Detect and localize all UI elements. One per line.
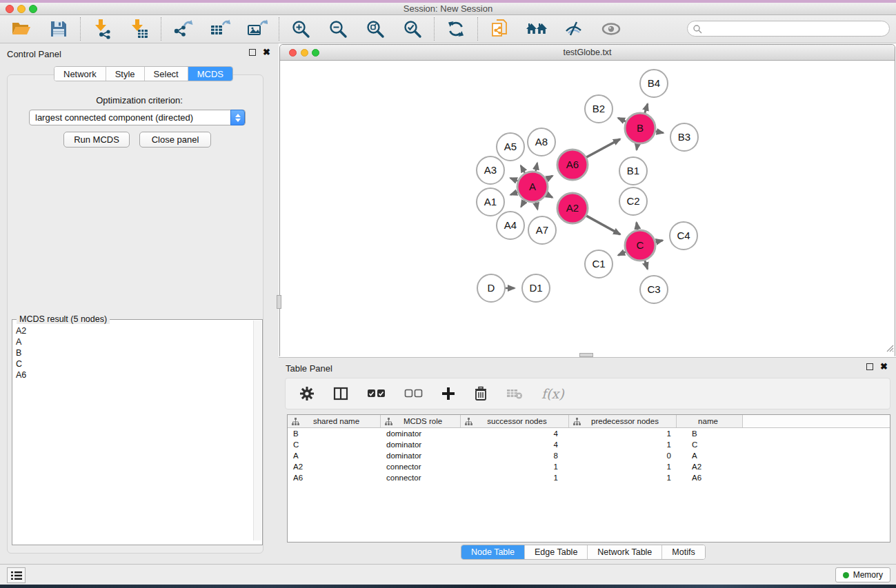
svg-text:B: B [637, 122, 644, 134]
window-title: Session: New Session [0, 3, 896, 14]
zoom-out-icon[interactable] [326, 17, 350, 41]
graph-node-A6[interactable]: A6 [557, 150, 588, 180]
table-row[interactable]: A2connector11A2 [288, 461, 890, 472]
graph-node-D[interactable]: D [477, 274, 505, 302]
dropdown-value: largest connected component (directed) [35, 112, 193, 123]
open-session-icon[interactable] [10, 17, 33, 41]
duplicate-network-view-icon[interactable] [488, 17, 511, 41]
graph-node-A8[interactable]: A8 [528, 128, 555, 156]
float-table-panel-icon[interactable] [866, 363, 873, 370]
mcds-result-item[interactable]: B [13, 347, 252, 358]
table-cell: dominator [381, 428, 461, 439]
show-graphics-details-icon[interactable] [599, 17, 623, 41]
graph-node-A5[interactable]: A5 [497, 133, 524, 161]
run-mcds-button[interactable]: Run MCDS [63, 132, 130, 148]
zoom-in-icon[interactable] [289, 17, 312, 41]
tab-select[interactable]: Select [145, 67, 188, 81]
import-network-icon[interactable] [90, 17, 114, 41]
select-all-icon[interactable] [367, 389, 386, 398]
optimization-criterion-dropdown[interactable]: largest connected component (directed) [29, 110, 246, 125]
hide-graphics-details-icon[interactable] [562, 17, 586, 41]
graph-node-A7[interactable]: A7 [528, 216, 556, 244]
graph-node-A3[interactable]: A3 [477, 156, 504, 184]
unselect-all-icon[interactable] [404, 389, 423, 398]
table-row[interactable]: Bdominator41B [288, 428, 890, 439]
table-cell: 1 [569, 428, 677, 439]
tab-node-table[interactable]: Node Table [461, 545, 525, 559]
tab-mcds[interactable]: MCDS [188, 67, 232, 81]
svg-text:A1: A1 [484, 196, 497, 207]
graph-node-C1[interactable]: C1 [585, 250, 613, 278]
mcds-result-item[interactable]: C [13, 358, 252, 369]
mcds-result-scrollbar[interactable] [253, 321, 261, 540]
export-network-icon[interactable] [171, 17, 195, 41]
graph-node-B4[interactable]: B4 [640, 70, 668, 97]
graph-node-A1[interactable]: A1 [477, 188, 504, 216]
tab-motifs[interactable]: Motifs [662, 545, 704, 559]
show-columns-icon[interactable] [333, 387, 348, 401]
graph-node-D1[interactable]: D1 [522, 274, 550, 302]
graph-node-A4[interactable]: A4 [497, 212, 524, 239]
vertical-splitter-handle[interactable] [277, 295, 281, 309]
mcds-result-item[interactable]: A6 [13, 369, 252, 381]
close-panel-button[interactable]: Close panel [139, 132, 211, 148]
graph-node-B[interactable]: B [625, 113, 655, 143]
export-image-icon[interactable] [246, 17, 269, 41]
graph-node-B2[interactable]: B2 [585, 95, 613, 123]
graph-node-A2[interactable]: A2 [557, 193, 588, 223]
column-header-successor-nodes[interactable]: successor nodes [461, 415, 569, 427]
graph-node-C3[interactable]: C3 [640, 276, 668, 303]
column-header-shared-name[interactable]: shared name [288, 415, 381, 427]
home-icon[interactable] [525, 17, 548, 41]
group-column-icon [573, 418, 581, 425]
float-panel-icon[interactable] [249, 49, 256, 56]
delete-row-icon[interactable] [474, 386, 488, 401]
svg-text:D: D [488, 282, 495, 294]
network-minimize-button[interactable] [301, 49, 308, 57]
column-header-mcds-role[interactable]: MCDS role [381, 415, 461, 427]
graph-node-C4[interactable]: C4 [670, 222, 697, 250]
table-row[interactable]: Adominator80A [288, 450, 890, 461]
mcds-result-item[interactable]: A [13, 336, 252, 347]
table-cell: A6 [288, 472, 381, 483]
mcds-result-item[interactable]: A2 [13, 325, 252, 336]
zoom-selected-icon[interactable] [401, 17, 424, 41]
network-close-button[interactable] [289, 49, 297, 57]
minimize-window-button[interactable] [17, 5, 26, 13]
maximize-window-button[interactable] [29, 5, 37, 13]
add-row-icon[interactable] [441, 387, 455, 401]
import-table-icon[interactable] [128, 17, 151, 41]
graph-node-C[interactable]: C [625, 230, 655, 261]
close-window-button[interactable] [6, 5, 14, 13]
graph-edge-A6-B[interactable] [585, 139, 620, 159]
svg-text:A3: A3 [484, 164, 497, 176]
table-row[interactable]: Cdominator41C [288, 439, 890, 450]
zoom-fit-icon[interactable] [364, 17, 387, 41]
save-session-icon[interactable] [47, 17, 70, 41]
tab-network-table[interactable]: Network Table [588, 545, 662, 559]
network-maximize-button[interactable] [312, 49, 319, 57]
column-settings-gear-icon[interactable] [299, 386, 315, 401]
search-input[interactable] [687, 21, 890, 37]
refresh-layout-icon[interactable] [444, 17, 468, 41]
window-resize-grip[interactable] [884, 343, 894, 355]
tab-style[interactable]: Style [106, 67, 145, 81]
delete-table-icon [506, 387, 523, 400]
graph-node-A[interactable]: A [517, 172, 548, 202]
column-header-predecessor-nodes[interactable]: predecessor nodes [569, 415, 677, 427]
network-canvas[interactable]: B4B2BB3A8A5A6B1A3AC2A1A2A4A7C4CC1DD1C3 [280, 61, 895, 356]
close-table-panel-icon[interactable]: ✖ [880, 363, 888, 371]
network-window-titlebar[interactable]: testGlobe.txt [280, 45, 895, 61]
tab-edge-table[interactable]: Edge Table [525, 545, 588, 559]
graph-node-C2[interactable]: C2 [619, 187, 647, 215]
tab-network[interactable]: Network [54, 67, 106, 81]
close-panel-icon[interactable]: ✖ [263, 48, 270, 57]
memory-button[interactable]: Memory [835, 567, 890, 582]
task-history-button[interactable] [7, 567, 26, 583]
column-header-name[interactable]: name [677, 415, 743, 427]
graph-edge-A2-C[interactable] [585, 215, 621, 234]
export-table-icon[interactable] [208, 17, 232, 41]
table-row[interactable]: A6connector11A6 [288, 472, 890, 483]
graph-node-B1[interactable]: B1 [619, 157, 647, 185]
graph-node-B3[interactable]: B3 [670, 123, 698, 151]
